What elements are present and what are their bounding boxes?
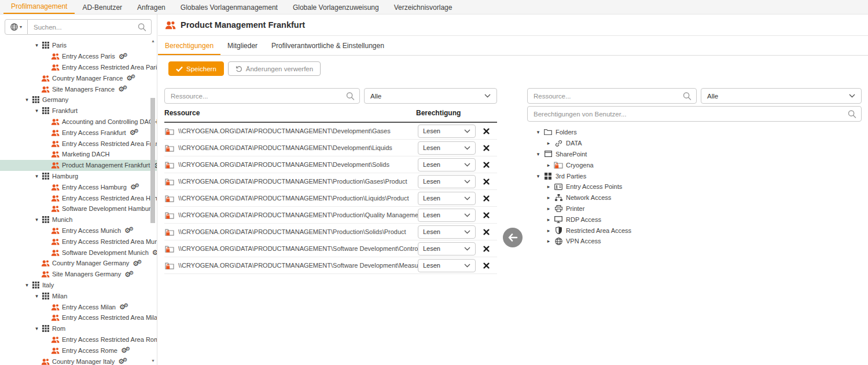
settings-cogs-icon[interactable]: ⚙⚙	[119, 53, 128, 60]
resource-item-sharepoint[interactable]: ▾ SharePoint	[527, 149, 862, 160]
permission-select[interactable]: Lesen	[418, 175, 476, 188]
resource-item-entry-access-points[interactable]: ▸ Entry Access Points	[527, 181, 862, 192]
users-icon	[50, 195, 60, 202]
permission-select[interactable]: Lesen	[418, 259, 476, 272]
sidebar-item-country-manager-italy[interactable]: Country Manager Italy ⚙⚙	[0, 356, 157, 365]
permission-select[interactable]: Lesen	[418, 158, 476, 171]
remove-permission-button[interactable]	[480, 212, 492, 218]
remove-permission-button[interactable]	[480, 128, 492, 134]
sidebar-item-entry-access-paris[interactable]: Entry Access Paris ⚙⚙	[0, 51, 157, 62]
tree-item-label: Frankfurt	[52, 107, 78, 114]
sidebar-item-entry-access-restricted-area-munich[interactable]: Entry Access Restricted Area Munich	[0, 236, 157, 247]
permission-select[interactable]: Lesen	[418, 209, 476, 222]
settings-cogs-icon[interactable]: ⚙⚙	[133, 260, 142, 267]
resource-browser-type-select[interactable]: Alle	[701, 88, 862, 104]
permission-select[interactable]: Lesen	[418, 125, 476, 138]
sidebar-item-germany[interactable]: ▾ Germany	[0, 94, 157, 105]
sidebar-item-rom[interactable]: ▾ Rom	[0, 323, 157, 334]
settings-cogs-icon[interactable]: ⚙⚙	[119, 303, 128, 311]
settings-cogs-icon[interactable]: ⚙⚙	[126, 74, 135, 82]
permission-select[interactable]: Lesen	[418, 141, 476, 155]
permission-select-value: Lesen	[423, 161, 440, 168]
sidebar-item-software-development-munich[interactable]: Software Development Munich ⚙⚙	[0, 247, 157, 258]
resource-item-vpn-access[interactable]: ▸ VPN Access	[527, 236, 862, 247]
sidebar-item-paris[interactable]: ▾ Paris	[0, 40, 157, 51]
sidebar-item-marketing-dach[interactable]: Marketing DACH	[0, 149, 157, 160]
permission-select[interactable]: Lesen	[418, 192, 476, 205]
resource-item-restricted-area-access[interactable]: ▸ Restricted Area Access	[527, 225, 862, 236]
sidebar-item-hamburg[interactable]: ▾ Hamburg	[0, 171, 157, 182]
settings-cogs-icon[interactable]: ⚙⚙	[124, 271, 134, 278]
resource-item-cryogena[interactable]: ▸ Cryogena	[527, 159, 862, 170]
remove-permission-button[interactable]	[480, 178, 492, 185]
settings-cogs-icon[interactable]: ⚙⚙	[124, 227, 134, 234]
scrollbar-down-icon[interactable]: ▼	[150, 359, 156, 363]
settings-cogs-icon[interactable]: ⚙⚙	[118, 357, 127, 365]
save-button[interactable]: Speichern	[168, 61, 224, 76]
sidebar-item-entry-access-restricted-area-hamburg[interactable]: Entry Access Restricted Area Hamburg	[0, 192, 157, 203]
sidebar-item-entry-access-rome[interactable]: Entry Access Rome ⚙⚙	[0, 345, 157, 356]
remove-permission-button[interactable]	[480, 145, 492, 151]
user-permissions-search-input[interactable]	[528, 107, 861, 121]
sidebar-item-milan[interactable]: ▾ Milan	[0, 290, 157, 301]
discard-changes-button[interactable]: Änderungen verwerfen	[228, 61, 321, 76]
chevron-down-icon	[464, 180, 470, 184]
users-icon	[50, 140, 60, 147]
grid-icon	[41, 107, 50, 114]
sidebar-item-entry-access-restricted-area-frankfurt[interactable]: Entry Access Restricted Area Frankfurt	[0, 138, 157, 149]
sidebar-item-munich[interactable]: ▾ Munich	[0, 214, 157, 225]
scrollbar-up-icon[interactable]: ▲	[150, 39, 156, 43]
sidebar-item-product-management-frankfurt[interactable]: Product Management Frankfurt ⚙⚙	[0, 160, 157, 171]
sidebar-item-entry-access-restricted-area-paris[interactable]: Entry Access Restricted Area Paris	[0, 62, 157, 73]
sidebar-item-entry-access-restricted-area-rome[interactable]: Entry Access Restricted Area Rome	[0, 334, 157, 345]
move-selected-left-button[interactable]	[503, 228, 523, 247]
sidebar-item-frankfurt[interactable]: ▾ Frankfurt	[0, 105, 157, 116]
permission-select[interactable]: Lesen	[418, 225, 476, 239]
topnav-item-anfragen[interactable]: Anfragen	[130, 0, 173, 14]
settings-cogs-icon[interactable]: ⚙⚙	[118, 85, 127, 93]
sidebar-scrollbar[interactable]: ▲ ▼	[150, 38, 156, 365]
scrollbar-thumb[interactable]	[150, 98, 155, 223]
sidebar-item-country-manager-germany[interactable]: Country Manager Germany ⚙⚙	[0, 258, 157, 269]
remove-permission-button[interactable]	[480, 229, 492, 235]
resource-item-folders[interactable]: ▾ Folders	[527, 127, 862, 138]
sidebar-item-italy[interactable]: ▾ Italy	[0, 280, 157, 291]
sidebar-item-software-development-hamburg[interactable]: Software Development Hamburg	[0, 203, 157, 214]
tab-berechtigungen[interactable]: Berechtigungen	[158, 36, 220, 55]
sidebar-item-entry-access-restricted-area-milan[interactable]: Entry Access Restricted Area Milan	[0, 312, 157, 323]
topnav-item-ad-benutzer[interactable]: AD-Benutzer	[75, 0, 130, 14]
topnav-item-globales-vorlagenmanagement[interactable]: Globales Vorlagenmanagement	[173, 0, 285, 14]
sidebar-item-entry-access-munich[interactable]: Entry Access Munich ⚙⚙	[0, 225, 157, 236]
remove-permission-button[interactable]	[480, 262, 492, 269]
resource-type-select[interactable]: Alle	[364, 88, 497, 104]
tab-mitglieder[interactable]: Mitglieder	[220, 36, 264, 55]
resource-browser-filter-input[interactable]	[528, 89, 696, 103]
resource-item-data[interactable]: ▸ DATA	[527, 138, 862, 149]
settings-cogs-icon[interactable]: ⚙⚙	[130, 183, 139, 191]
tab-profilverantwortliche-einstellungen[interactable]: Profilverantwortliche & Einstellungen	[264, 36, 391, 55]
settings-cogs-icon[interactable]: ⚙⚙	[121, 346, 130, 354]
sidebar-item-entry-access-hamburg[interactable]: Entry Access Hamburg ⚙⚙	[0, 181, 157, 192]
remove-permission-button[interactable]	[480, 195, 492, 202]
settings-cogs-icon[interactable]: ⚙⚙	[130, 129, 139, 136]
resource-item-3rd-parties[interactable]: ▾ 3rd Parties	[527, 170, 862, 181]
sidebar-item-site-managers-france[interactable]: Site Managers France ⚙⚙	[0, 83, 157, 94]
sidebar-item-country-manager-france[interactable]: Country Manager France ⚙⚙	[0, 72, 157, 83]
resource-item-printer[interactable]: ▸ Printer	[527, 203, 862, 214]
search-scope-button[interactable]: ▾	[5, 19, 28, 35]
topnav-item-globale-vorlagenzuweisung[interactable]: Globale Vorlagenzuweisung	[285, 0, 387, 14]
remove-permission-button[interactable]	[480, 246, 492, 252]
topnav-item-verzeichnisvorlage[interactable]: Verzeichnisvorlage	[387, 0, 460, 14]
resource-item-network-access[interactable]: ▸ Network Access	[527, 192, 862, 203]
resource-item-rdp-access[interactable]: ▸ RDP Access	[527, 214, 862, 225]
remove-permission-button[interactable]	[480, 162, 492, 168]
sidebar-item-site-managers-germany[interactable]: Site Managers Germany ⚙⚙	[0, 269, 157, 280]
users-icon	[50, 53, 60, 60]
sidebar-search-input[interactable]	[28, 20, 151, 34]
topnav-item-profilmanagement[interactable]: Profilmanagement	[3, 0, 75, 14]
resource-filter-input[interactable]	[165, 89, 359, 103]
permission-select[interactable]: Lesen	[418, 242, 476, 256]
sidebar-item-entry-access-milan[interactable]: Entry Access Milan ⚙⚙	[0, 301, 157, 312]
sidebar-item-entry-access-frankfurt[interactable]: Entry Access Frankfurt ⚙⚙	[0, 127, 157, 138]
sidebar-item-accounting-and-controlling-dach[interactable]: Accounting and Controlling DACH	[0, 116, 157, 127]
